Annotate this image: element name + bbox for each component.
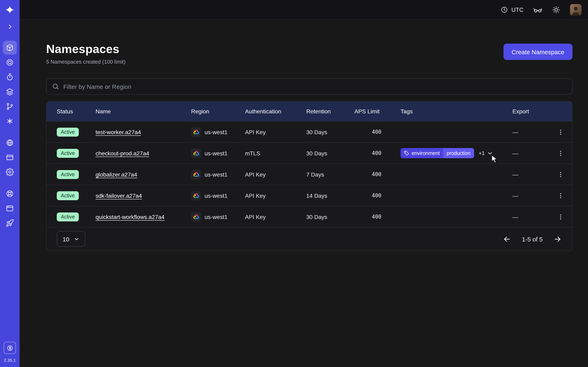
create-namespace-button[interactable]: Create Namespace <box>503 44 572 60</box>
aps-limit-value: 400 <box>355 171 401 177</box>
status-badge: Active <box>57 127 79 136</box>
globe-icon <box>6 139 14 147</box>
tag-key: environment <box>412 150 440 156</box>
namespaces-table: Status Name Region Authentication Retent… <box>46 101 572 251</box>
status-badge: Active <box>57 212 79 221</box>
page-size-value: 10 <box>62 235 69 242</box>
gcp-icon <box>191 191 201 200</box>
filter-bar <box>46 78 572 95</box>
row-menu-button[interactable] <box>554 189 567 202</box>
status-badge: Active <box>57 170 79 179</box>
tag-value: production <box>443 148 474 158</box>
page-subtitle: 5 Namespaces created (100 limit) <box>46 59 126 65</box>
sidebar-item-namespaces[interactable] <box>3 41 17 55</box>
sidebar-item-settings[interactable] <box>3 165 17 179</box>
sidebar-item-workflows[interactable] <box>3 55 17 69</box>
column-header-authentication: Authentication <box>245 108 306 115</box>
row-menu-button[interactable] <box>554 211 567 223</box>
search-input[interactable] <box>63 83 567 90</box>
aps-limit-value: 400 <box>355 150 401 156</box>
sidebar-item-nexus[interactable] <box>3 100 17 113</box>
table-row: Active globalizer.a27a4 us-west1 API Key… <box>47 164 572 185</box>
column-header-aps-limit: APS Limit <box>355 108 401 115</box>
sidebar-item-getting-started[interactable] <box>3 216 17 230</box>
card-icon <box>6 153 14 161</box>
aps-limit-value: 400 <box>355 214 401 220</box>
region-label: us-west1 <box>205 171 227 178</box>
namespace-link[interactable]: globalizer.a27a4 <box>95 171 137 178</box>
sidebar-item-docs[interactable] <box>3 201 17 215</box>
cube-icon <box>6 44 14 52</box>
tag-pill[interactable]: environment production <box>401 148 474 158</box>
sidebar-item-regions[interactable] <box>3 136 17 150</box>
retention-label: 30 Days <box>306 150 355 156</box>
sidebar-item-batch[interactable] <box>3 114 17 128</box>
rocket-icon <box>6 219 14 227</box>
page-size-select[interactable]: 10 <box>57 231 85 247</box>
column-header-retention: Retention <box>306 108 355 115</box>
auth-label: API Key <box>245 213 306 220</box>
retention-label: 7 Days <box>306 171 355 178</box>
retention-label: 30 Days <box>306 213 355 220</box>
status-badge: Active <box>57 149 79 158</box>
namespace-link[interactable]: sdk-failover.a27a4 <box>95 192 142 199</box>
more-tags-count: +1 <box>479 150 485 156</box>
column-header-status: Status <box>57 108 95 115</box>
row-menu-button[interactable] <box>554 126 567 138</box>
row-menu-button[interactable] <box>554 168 567 180</box>
export-value: — <box>512 213 554 220</box>
next-page-button[interactable] <box>553 235 562 243</box>
expand-tags-button[interactable] <box>487 150 493 156</box>
sidebar-item-billing[interactable] <box>3 150 17 164</box>
docs-icon <box>6 204 14 212</box>
retention-label: 30 Days <box>306 129 355 135</box>
auth-label: API Key <box>245 192 306 199</box>
avatar[interactable] <box>570 4 581 15</box>
namespace-link[interactable]: quickstart-workflows.a27a4 <box>95 213 164 220</box>
sidebar-expand-button[interactable] <box>4 21 16 32</box>
layers-icon <box>6 88 14 96</box>
glasses-icon <box>533 5 542 14</box>
region-label: us-west1 <box>205 192 227 199</box>
auth-label: API Key <box>245 171 306 178</box>
column-header-region: Region <box>191 108 245 115</box>
table-row: Active checkout-prod.a27a4 us-west1 mTLS… <box>47 142 572 164</box>
aps-limit-value: 400 <box>355 192 401 199</box>
labs-toggle-button[interactable] <box>533 5 542 14</box>
status-badge: Active <box>57 191 79 200</box>
gcp-icon <box>191 212 201 222</box>
clock-icon <box>501 6 508 13</box>
column-header-tags: Tags <box>401 108 512 115</box>
table-row: Active sdk-failover.a27a4 us-west1 API K… <box>47 185 572 206</box>
export-value: — <box>512 192 554 199</box>
table-footer: 10 1-5 of 5 <box>47 227 572 250</box>
gcp-icon <box>191 148 201 158</box>
sidebar-item-schedules[interactable] <box>3 70 17 84</box>
arrow-left-icon <box>503 235 511 243</box>
pagination-range: 1-5 of 5 <box>522 235 543 242</box>
region-label: us-west1 <box>205 213 227 220</box>
sidebar-item-support[interactable] <box>3 187 17 201</box>
page-title: Namespaces <box>46 42 126 56</box>
usage-button[interactable] <box>4 342 16 354</box>
region-label: us-west1 <box>205 150 227 156</box>
theme-toggle-button[interactable] <box>552 6 560 14</box>
auth-label: mTLS <box>245 150 306 156</box>
auth-label: API Key <box>245 129 306 135</box>
namespace-link[interactable]: checkout-prod.a27a4 <box>95 150 149 156</box>
table-header-row: Status Name Region Authentication Retent… <box>47 101 572 121</box>
sun-icon <box>552 6 560 14</box>
previous-page-button[interactable] <box>503 235 511 243</box>
namespace-link[interactable]: test-worker.a27a4 <box>95 129 141 135</box>
main-content: Namespaces 5 Namespaces created (100 lim… <box>20 20 588 367</box>
export-value: — <box>512 171 554 178</box>
export-value: — <box>512 150 554 156</box>
timezone-selector[interactable]: UTC <box>501 6 523 13</box>
sidebar-item-deployments[interactable] <box>3 85 17 99</box>
target-icon <box>6 58 14 67</box>
row-menu-button[interactable] <box>554 147 567 159</box>
timezone-label: UTC <box>511 6 523 13</box>
logo-icon <box>5 5 14 14</box>
search-icon <box>52 83 59 90</box>
arrow-right-icon <box>553 235 562 243</box>
